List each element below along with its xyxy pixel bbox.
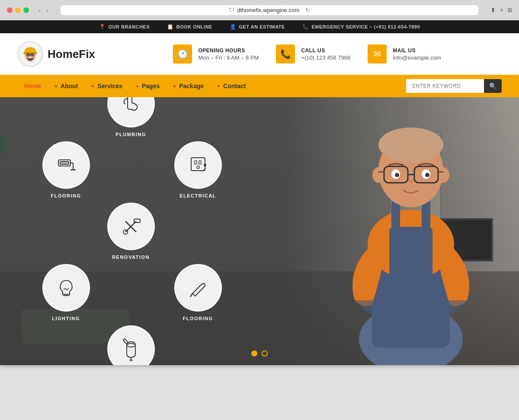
svg-rect-34 [195, 161, 197, 164]
nav-dot [136, 85, 138, 87]
new-tab-icon[interactable]: + [500, 6, 503, 14]
logo-text: HomeFix [48, 48, 95, 61]
shield-icon: 🛡 [229, 7, 234, 13]
service-painting[interactable]: PAINTING [107, 325, 155, 365]
share-icon[interactable]: ⬆ [490, 6, 496, 14]
nav-item-contact[interactable]: Contact [211, 75, 253, 97]
lighting-svg [54, 276, 78, 300]
service-plumbing[interactable]: PLUMBING [107, 97, 155, 137]
svg-point-47 [130, 360, 132, 361]
svg-point-4 [32, 54, 33, 56]
phone-header-icon: 📞 [276, 45, 295, 64]
mail-info: ✉ MAIL US info@example.com [368, 45, 441, 64]
service-flooring2[interactable]: FLOORING [174, 264, 222, 321]
pagination [251, 350, 268, 356]
nav-item-pages[interactable]: Pages [129, 75, 167, 97]
emergency-link[interactable]: 📞 EMERGENCY SERVICE – (+91) 012-654-7890 [302, 24, 420, 30]
svg-point-45 [127, 344, 135, 347]
svg-rect-2 [23, 52, 37, 54]
renovation-label: RENOVATION [112, 255, 150, 260]
search-bar[interactable]: 🔍 [406, 79, 502, 93]
back-button[interactable]: ‹ [38, 7, 41, 14]
url-bar[interactable]: 🛡 dthomefix.wpengine.com ↻ [61, 5, 478, 15]
logo[interactable]: HomeFix [17, 41, 112, 67]
svg-point-36 [197, 166, 199, 169]
header: HomeFix 🕐 OPENING HOURS Mon – Fri : 9 AM… [0, 33, 519, 75]
services-overlay: PLUMBING [0, 97, 519, 365]
forward-button[interactable]: › [47, 7, 49, 14]
painting-svg [119, 337, 143, 361]
svg-rect-29 [60, 162, 69, 164]
svg-point-37 [204, 164, 206, 166]
book-label: BOOK ONLINE [176, 24, 212, 29]
call-info: 📞 CALL US +(10) 123 456 7966 [276, 45, 350, 64]
flooring2-label: FLOORING [183, 316, 213, 321]
search-button[interactable]: 🔍 [484, 79, 502, 93]
branches-link[interactable]: 📍 OUR BRANCHES [99, 24, 150, 30]
phone-icon: 📞 [302, 24, 309, 30]
service-renovation[interactable]: RENOVATION [107, 203, 155, 260]
electrical-icon-circle [174, 141, 222, 189]
search-input[interactable] [406, 80, 484, 92]
plumbing-label: PLUMBING [115, 132, 146, 137]
trowel-svg [186, 276, 210, 300]
nav-dot [92, 85, 94, 87]
plumbing-icon-circle [107, 97, 155, 127]
emergency-label: EMERGENCY SERVICE – (+91) 012-654-7890 [311, 24, 420, 29]
location-icon: 📍 [99, 24, 106, 30]
maximize-button[interactable] [23, 7, 29, 13]
branches-label: OUR BRANCHES [108, 24, 150, 29]
hero-section: PLUMBING [0, 97, 519, 365]
nav-dot [55, 85, 57, 87]
hours-value: Mon – Fri : 9 AM – 8 PM [198, 54, 259, 61]
url-text: dthomefix.wpengine.com [237, 7, 299, 13]
close-button[interactable] [7, 7, 13, 13]
pagination-dot-2[interactable] [262, 350, 268, 356]
minimize-button[interactable] [15, 7, 21, 13]
service-flooring[interactable]: FLOORING [42, 141, 90, 198]
service-lighting[interactable]: LIGHTING [42, 264, 90, 321]
renovation-icon-circle [107, 203, 155, 250]
service-electrical[interactable]: ELECTRICAL [174, 141, 222, 198]
lighting-icon-circle [42, 264, 90, 312]
nav-item-home[interactable]: Home [17, 75, 48, 97]
call-label: CALL US [301, 48, 350, 54]
estimate-link[interactable]: 👤 GET AN ESTIMATE [230, 24, 285, 30]
call-value: +(10) 123 456 7966 [301, 54, 350, 61]
electrical-label: ELECTRICAL [179, 193, 216, 198]
plumbing-svg [119, 97, 143, 116]
flooring2-icon-circle [174, 264, 222, 312]
estimate-label: GET AN ESTIMATE [239, 24, 285, 29]
svg-rect-35 [199, 161, 201, 164]
person-icon: 👤 [230, 24, 237, 30]
tabs-icon[interactable]: ⧉ [508, 6, 512, 14]
pagination-dot-1[interactable] [251, 350, 257, 356]
renovation-svg [119, 215, 143, 239]
logo-svg [18, 42, 42, 66]
nav-item-services[interactable]: Services [85, 75, 129, 97]
header-info: 🕐 OPENING HOURS Mon – Fri : 9 AM – 8 PM … [112, 45, 502, 64]
hours-label: OPENING HOURS [198, 48, 259, 54]
nav-dot [173, 85, 176, 87]
nav-pages-label: Pages [142, 83, 160, 89]
book-link[interactable]: 📋 BOOK ONLINE [167, 24, 212, 30]
svg-point-3 [27, 54, 29, 56]
book-icon: 📋 [167, 24, 174, 30]
mail-icon: ✉ [368, 45, 387, 64]
flooring-icon-circle [42, 141, 90, 189]
nav-about-label: About [61, 83, 78, 89]
mail-label: MAIL US [393, 48, 441, 54]
clock-icon: 🕐 [173, 45, 192, 64]
nav-item-package[interactable]: Package [167, 75, 211, 97]
reload-icon[interactable]: ↻ [305, 7, 310, 13]
hours-info: 🕐 OPENING HOURS Mon – Fri : 9 AM – 8 PM [173, 45, 259, 64]
mail-value: info@example.com [393, 54, 441, 61]
nav-item-about[interactable]: About [48, 75, 85, 97]
nav-package-label: Package [179, 83, 204, 89]
painting-icon-circle [107, 325, 155, 365]
nav-home-label: Home [24, 83, 41, 89]
flooring-svg [54, 153, 78, 177]
electrical-svg [186, 153, 210, 177]
lighting-label: LIGHTING [52, 316, 80, 321]
flooring-label: FLOORING [51, 193, 81, 198]
